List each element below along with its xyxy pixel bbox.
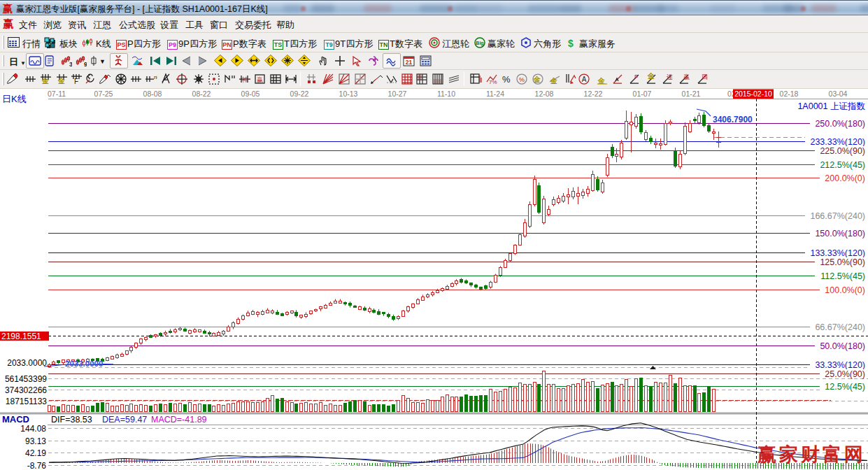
- svg-text:DIF=38.53: DIF=38.53: [51, 415, 92, 425]
- svg-text:11-10: 11-10: [437, 90, 455, 98]
- svg-text:233.33%(120): 233.33%(120): [810, 137, 865, 147]
- svg-text:07-11: 07-11: [48, 90, 66, 98]
- svg-text:33.33%(120): 33.33%(120): [815, 360, 865, 370]
- svg-text:四: 四: [702, 73, 708, 80]
- svg-text:21: 21: [406, 59, 413, 66]
- svg-text:212.5%(45): 212.5%(45): [820, 160, 865, 170]
- svg-text:3: 3: [69, 61, 72, 67]
- svg-text:日K线: 日K线: [2, 94, 27, 104]
- svg-text:12-22: 12-22: [584, 90, 603, 98]
- svg-text:F: F: [634, 73, 639, 80]
- svg-text:42.19: 42.19: [25, 448, 46, 458]
- svg-text:03-04: 03-04: [829, 90, 848, 98]
- svg-text:%: %: [502, 74, 511, 85]
- svg-text:144.08: 144.08: [20, 424, 46, 434]
- svg-text:374302266: 374302266: [5, 385, 47, 395]
- svg-text:1A0001 上证指数: 1A0001 上证指数: [797, 101, 865, 111]
- svg-text:166.67%(240): 166.67%(240): [810, 211, 865, 221]
- svg-text:50.0%(180): 50.0%(180): [820, 341, 865, 351]
- svg-text:25.0%(90): 25.0%(90): [825, 369, 865, 379]
- svg-text:100.0%(0): 100.0%(0): [825, 285, 865, 295]
- svg-text:n²: n²: [154, 74, 157, 80]
- svg-text:连: 连: [667, 73, 673, 80]
- svg-text:赢: 赢: [683, 73, 690, 80]
- svg-text:金: 金: [550, 77, 557, 85]
- svg-text:2198.1551: 2198.1551: [1, 332, 41, 341]
- svg-text:9: 9: [84, 61, 87, 67]
- svg-text:01-21: 01-21: [682, 90, 701, 98]
- svg-text:MACD=-41.89: MACD=-41.89: [151, 415, 207, 425]
- svg-text:2033.0000: 2033.0000: [7, 358, 47, 368]
- svg-text:112.5%(45): 112.5%(45): [820, 271, 865, 281]
- svg-text:金: 金: [57, 77, 65, 85]
- svg-text:Big: Big: [476, 41, 483, 46]
- svg-text:F: F: [74, 78, 78, 85]
- svg-text:250.0%(180): 250.0%(180): [815, 119, 865, 129]
- svg-text:A: A: [582, 76, 587, 83]
- svg-text:133.33%(120): 133.33%(120): [810, 248, 865, 258]
- svg-text:金: 金: [597, 77, 605, 85]
- svg-text:金: 金: [647, 73, 655, 80]
- svg-text:12.5%(45): 12.5%(45): [825, 382, 865, 392]
- svg-text:150.0%(180): 150.0%(180): [815, 229, 865, 238]
- svg-text:7%: 7%: [489, 79, 497, 85]
- svg-text:08-08: 08-08: [143, 90, 162, 98]
- svg-text:神: 神: [242, 76, 248, 83]
- svg-text:09-05: 09-05: [241, 90, 260, 98]
- svg-text:金: 金: [41, 77, 49, 85]
- svg-text:561453399: 561453399: [5, 374, 47, 384]
- svg-text:10-13: 10-13: [339, 90, 358, 98]
- svg-text:DEA=59.47: DEA=59.47: [102, 415, 147, 425]
- svg-text:02-18: 02-18: [780, 90, 799, 98]
- svg-text:3406.7900: 3406.7900: [713, 115, 753, 124]
- svg-text:-8.76: -8.76: [27, 461, 47, 470]
- svg-text:11-24: 11-24: [486, 90, 504, 98]
- svg-text:▼: ▼: [99, 58, 106, 65]
- svg-text:09-22: 09-22: [290, 90, 309, 98]
- svg-text:07-25: 07-25: [94, 90, 113, 98]
- svg-text:10-27: 10-27: [388, 90, 407, 98]
- svg-text:225.0%(90): 225.0%(90): [820, 146, 865, 156]
- svg-text:01-07: 01-07: [633, 90, 652, 98]
- svg-text:2015-02-10: 2015-02-10: [734, 90, 772, 98]
- svg-text:赢: 赢: [257, 76, 263, 83]
- svg-text:%: %: [519, 76, 525, 83]
- svg-text:12-08: 12-08: [535, 90, 554, 98]
- svg-text:66.67%(240): 66.67%(240): [815, 322, 865, 332]
- svg-text:200.0%(0): 200.0%(0): [825, 173, 865, 183]
- svg-text:08-22: 08-22: [192, 90, 211, 98]
- svg-text:赢家财富网: 赢家财富网: [757, 444, 866, 465]
- svg-text:2033.0000: 2033.0000: [65, 359, 103, 368]
- svg-text:187151133: 187151133: [6, 397, 48, 406]
- svg-text:金: 金: [533, 76, 541, 83]
- svg-text:93.13: 93.13: [25, 436, 46, 446]
- svg-text:125.0%(90): 125.0%(90): [820, 257, 865, 267]
